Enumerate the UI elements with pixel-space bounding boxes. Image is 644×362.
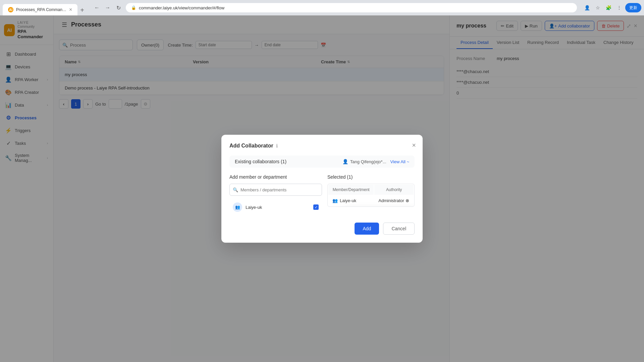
existing-collaborators-row: Existing collaborators (1) 👤 Tang Qifeng… [229, 156, 415, 168]
bookmark-icon[interactable]: ☆ [593, 3, 602, 12]
selected-thead: Member/Department Authority [328, 185, 414, 195]
chevron-down-icon: ⊗ [406, 198, 409, 203]
tab-close-button[interactable]: × [69, 7, 72, 13]
forward-button[interactable]: → [103, 3, 112, 12]
modal-header: Add Collaborator ℹ [229, 143, 415, 149]
browser-chrome: Processes_RPA CommanderAI Processes_RPA … [0, 0, 644, 15]
add-collaborator-modal: Add Collaborator ℹ × Existing collaborat… [221, 135, 423, 243]
member-list-item[interactable]: 👥 Laiye-uk ✓ [229, 200, 322, 215]
new-tab-button[interactable]: + [77, 5, 87, 15]
user-icon: 👤 [342, 159, 348, 164]
profile-icon[interactable]: 👤 [582, 3, 592, 12]
menu-icon[interactable]: ⋮ [614, 3, 624, 12]
modal-body: Add member or department 🔍 👥 Laiye-uk ✓ … [229, 174, 415, 215]
modal-footer: Add Cancel [229, 223, 415, 235]
selected-member-name: 👥 Laiye-uk [328, 195, 374, 206]
authority-dropdown-trigger[interactable]: Administrator ⊗ [378, 198, 410, 203]
selected-authority-cell[interactable]: Administrator ⊗ Administrator Can edit t… [374, 195, 414, 206]
selected-pane: Selected (1) Member/Department Authority [327, 174, 415, 215]
browser-tabs: Processes_RPA CommanderAI Processes_RPA … [3, 0, 87, 15]
member-search-wrap: 🔍 [229, 184, 322, 196]
extensions-icon[interactable]: 🧩 [604, 3, 613, 12]
member-search-input[interactable] [229, 184, 322, 196]
view-all-link[interactable]: View All ~ [390, 159, 410, 164]
address-bar[interactable]: 🔒 commander.laiye.uk/view/commander/#/fl… [126, 3, 577, 12]
back-button[interactable]: ← [92, 3, 102, 12]
add-confirm-button[interactable]: Add [355, 223, 379, 235]
selected-row: 👥 Laiye-uk Administrator ⊗ [328, 195, 414, 206]
member-avatar: 👥 [233, 202, 242, 212]
browser-nav: ← → ↻ [92, 3, 123, 12]
member-group-icon: 👥 [332, 198, 338, 203]
member-search-icon: 🔍 [233, 187, 238, 192]
member-name: Laiye-uk [246, 205, 310, 210]
url-text: commander.laiye.uk/view/commander/#/flow [139, 5, 224, 10]
modal-close-button[interactable]: × [412, 141, 416, 149]
member-checkbox[interactable]: ✓ [313, 204, 319, 210]
cancel-button[interactable]: Cancel [383, 223, 415, 235]
existing-user-name: Tang Qifeng(ejo*... [350, 159, 386, 164]
tab-favicon: Processes_RPA CommanderAI [8, 7, 13, 12]
modal-overlay[interactable]: Add Collaborator ℹ × Existing collaborat… [0, 15, 644, 362]
selected-table: Member/Department Authority 👥 Laiye-uk [327, 184, 415, 207]
existing-user: 👤 Tang Qifeng(ejo*... [342, 159, 386, 164]
update-button[interactable]: 更新 [625, 3, 641, 12]
existing-collaborators-label: Existing collaborators (1) [235, 159, 286, 164]
col-authority: Authority [374, 185, 414, 195]
info-icon[interactable]: ℹ [276, 143, 278, 148]
col-member-dept: Member/Department [328, 185, 374, 195]
reload-button[interactable]: ↻ [114, 3, 123, 12]
active-tab[interactable]: Processes_RPA CommanderAI Processes_RPA … [3, 4, 77, 15]
selected-title: Selected (1) [327, 174, 415, 180]
browser-actions: 👤 ☆ 🧩 ⋮ 更新 [582, 3, 641, 12]
security-icon: 🔒 [131, 5, 136, 10]
modal-title: Add Collaborator [229, 143, 273, 149]
tab-title: Processes_RPA Commander [16, 7, 66, 12]
add-section-title: Add member or department [229, 174, 322, 180]
add-member-pane: Add member or department 🔍 👥 Laiye-uk ✓ [229, 174, 322, 215]
